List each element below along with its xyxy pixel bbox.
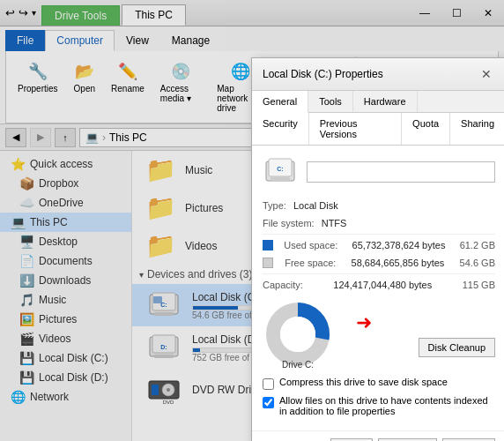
disk-icon-row: C: bbox=[263, 154, 495, 190]
dialog-title: Local Disk (C:) Properties bbox=[263, 68, 383, 80]
dialog-overlay: Local Disk (C:) Properties ✕ General Too… bbox=[0, 0, 504, 441]
dialog-tab-quota[interactable]: Quota bbox=[402, 113, 450, 145]
dialog-body: C: Type: Local Disk File system: NTFS Us… bbox=[252, 146, 504, 430]
index-checkbox-row: Allow files on this drive to have conten… bbox=[263, 395, 495, 416]
dialog-tab-sharing[interactable]: Sharing bbox=[450, 113, 504, 145]
dialog-tabs: General Tools Hardware bbox=[252, 91, 504, 113]
used-space-row: Used space: 65,732,378,624 bytes 61.2 GB bbox=[263, 238, 495, 252]
disk-cleanup-button[interactable]: Disk Cleanup bbox=[419, 338, 495, 357]
dialog-tab-tools[interactable]: Tools bbox=[308, 91, 353, 112]
dialog-tab-general[interactable]: General bbox=[252, 91, 308, 113]
svg-rect-16 bbox=[271, 177, 290, 181]
free-legend-dot bbox=[263, 258, 273, 268]
cleanup-section: ➜ Disk Cleanup bbox=[347, 311, 495, 357]
arrow-hint-icon: ➜ bbox=[356, 311, 372, 334]
properties-dialog: Local Disk (C:) Properties ✕ General Too… bbox=[251, 57, 504, 441]
svg-text:C:: C: bbox=[277, 166, 283, 172]
dialog-title-bar: Local Disk (C:) Properties ✕ bbox=[252, 58, 504, 91]
compress-checkbox-row: Compress this drive to save disk space bbox=[263, 377, 495, 390]
dialog-tab-security[interactable]: Security bbox=[252, 113, 309, 145]
compress-checkbox[interactable] bbox=[263, 378, 274, 390]
index-checkbox[interactable] bbox=[263, 397, 274, 408]
free-space-row: Free space: 58,684,665,856 bytes 54.6 GB bbox=[263, 256, 495, 270]
disk-name-input[interactable] bbox=[307, 161, 495, 183]
disk-dialog-icon: C: bbox=[263, 154, 298, 190]
capacity-row: Capacity: 124,417,044,480 bytes 115 GB bbox=[263, 278, 495, 292]
dialog-footer: OK Cancel Apply bbox=[252, 430, 504, 441]
used-legend-dot bbox=[263, 240, 273, 250]
dialog-close-button[interactable]: ✕ bbox=[478, 65, 495, 83]
donut-chart: Drive C: bbox=[263, 299, 333, 370]
type-row: Type: Local Disk bbox=[263, 198, 495, 213]
dialog-tab-hardware[interactable]: Hardware bbox=[353, 91, 418, 112]
drive-label: Drive C: bbox=[282, 360, 314, 370]
svg-point-20 bbox=[280, 317, 315, 352]
fs-row: File system: NTFS bbox=[263, 216, 495, 230]
donut-row: Drive C: ➜ Disk Cleanup bbox=[263, 299, 495, 370]
dialog-tab-previous-versions[interactable]: Previous Versions bbox=[309, 113, 402, 145]
